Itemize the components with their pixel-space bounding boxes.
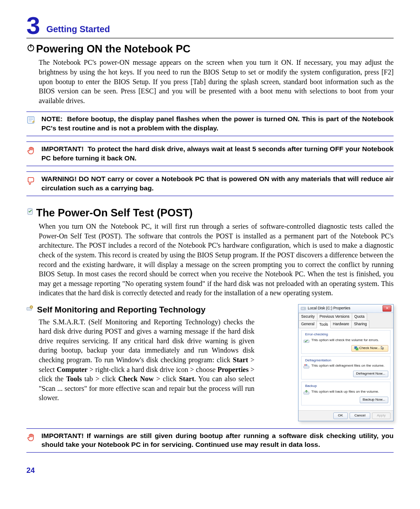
group-backup: Backup This option will back up files on… xyxy=(301,382,391,405)
tab-sharing[interactable]: Sharing xyxy=(351,320,369,328)
apply-button[interactable]: Apply xyxy=(372,412,391,419)
svg-rect-11 xyxy=(305,364,306,366)
section-title: Powering ON the Notebook PC xyxy=(36,42,191,56)
hand-stop-icon xyxy=(26,431,41,450)
group-defrag: Defragmentation This option will defragm… xyxy=(301,356,391,380)
ok-button[interactable]: OK xyxy=(333,412,348,419)
group-error-checking: Error-checking This option will check th… xyxy=(301,330,391,354)
warning-text: WARNING! DO NOT carry or cover a Noteboo… xyxy=(41,175,394,193)
backup-now-label: Backup Now... xyxy=(363,398,385,402)
check-disk-icon xyxy=(303,338,309,344)
section-post: The Power-On Self Test (POST) xyxy=(26,206,394,220)
tab-tools[interactable]: Tools xyxy=(317,321,331,328)
important1-body: To protect the hard disk drive, always w… xyxy=(41,145,394,162)
chapter-number: 3 xyxy=(26,13,40,38)
chapter-header: 3 Getting Started xyxy=(26,13,394,38)
tab-quota[interactable]: Quota xyxy=(352,313,367,320)
drive-icon xyxy=(300,306,306,311)
tab-previous-versions[interactable]: Previous Versions xyxy=(317,313,352,320)
dialog-title-text: Local Disk (C:) Properties xyxy=(308,306,350,311)
chapter-title: Getting Started xyxy=(46,23,110,35)
power-icon xyxy=(26,43,36,55)
cancel-button[interactable]: Cancel xyxy=(350,412,370,419)
dialog-titlebar: Local Disk (C:) Properties ✕ xyxy=(298,305,393,313)
page-number: 24 xyxy=(26,466,394,476)
svg-rect-9 xyxy=(356,348,358,350)
tab-security[interactable]: Security xyxy=(298,313,317,320)
subsection-smart: Self Monitoring and Reporting Technology xyxy=(26,304,292,316)
check-now-button[interactable]: Check Now... xyxy=(351,345,388,352)
defrag-icon xyxy=(303,364,309,370)
group3-text: This option will back up files on the vo… xyxy=(311,390,388,394)
thumbs-down-icon xyxy=(26,175,41,193)
close-button[interactable]: ✕ xyxy=(383,305,391,312)
check-now-label: Check Now... xyxy=(359,346,380,351)
warning-label: WARNING! xyxy=(41,175,77,182)
group3-title: Backup xyxy=(304,384,318,389)
section1-body: The Notebook PC's power-ON message appea… xyxy=(39,58,394,105)
hand-stop-icon xyxy=(26,145,41,163)
important1-callout: IMPORTANT! To protect the hard disk driv… xyxy=(26,141,394,166)
note-icon xyxy=(26,115,41,133)
svg-rect-4 xyxy=(29,208,31,209)
section2-title: The Power-On Self Test (POST) xyxy=(36,206,193,220)
svg-point-6 xyxy=(304,308,305,309)
dialog-footer: OK Cancel Apply xyxy=(298,410,393,421)
group2-text: This option will defragment files on the… xyxy=(311,364,388,368)
backup-now-button[interactable]: Backup Now... xyxy=(360,397,388,403)
note-body: Before bootup, the display panel flashes… xyxy=(41,115,394,132)
defrag-now-button[interactable]: Defragment Now... xyxy=(353,371,388,377)
group1-text: This option will check the volume for er… xyxy=(311,338,388,343)
subsection-body: The S.M.A.R.T. (Self Monitoring and Repo… xyxy=(39,317,254,403)
backup-icon xyxy=(303,390,309,396)
tab-general[interactable]: General xyxy=(298,320,317,328)
svg-rect-12 xyxy=(306,364,307,366)
clipboard-check-icon xyxy=(26,207,36,219)
group2-title: Defragmentation xyxy=(304,358,332,363)
important2-callout: IMPORTANT! If warnings are still given d… xyxy=(26,428,394,453)
cursor-icon xyxy=(381,346,385,350)
svg-point-16 xyxy=(31,307,32,308)
subsection-title: Self Monitoring and Reporting Technology xyxy=(37,304,206,316)
drive-gear-icon xyxy=(26,305,34,315)
note-text: NOTE: Before bootup, the display panel f… xyxy=(41,115,394,133)
important2-label: IMPORTANT! xyxy=(41,432,84,439)
disk-properties-dialog: Local Disk (C:) Properties ✕ Security Pr… xyxy=(298,304,394,421)
svg-rect-10 xyxy=(304,366,309,368)
group1-title: Error-checking xyxy=(304,332,329,337)
important1-text: IMPORTANT! To protect the hard disk driv… xyxy=(41,145,394,163)
section-powering-on: Powering ON the Notebook PC xyxy=(26,42,394,56)
important1-label: IMPORTANT! xyxy=(41,145,84,152)
defrag-now-label: Defragment Now... xyxy=(356,372,385,376)
important2-body: If warnings are still given during bootu… xyxy=(41,432,394,449)
warning-body: DO NOT carry or cover a Notebook PC that… xyxy=(41,175,394,192)
section2-body: When you turn ON the Notebook PC, it wil… xyxy=(39,222,394,298)
important2-text: IMPORTANT! If warnings are still given d… xyxy=(41,431,394,450)
note-callout: NOTE: Before bootup, the display panel f… xyxy=(26,111,394,136)
warning-callout: WARNING! DO NOT carry or cover a Noteboo… xyxy=(26,171,394,196)
note-label: NOTE: xyxy=(41,115,63,123)
tab-hardware[interactable]: Hardware xyxy=(330,320,352,328)
